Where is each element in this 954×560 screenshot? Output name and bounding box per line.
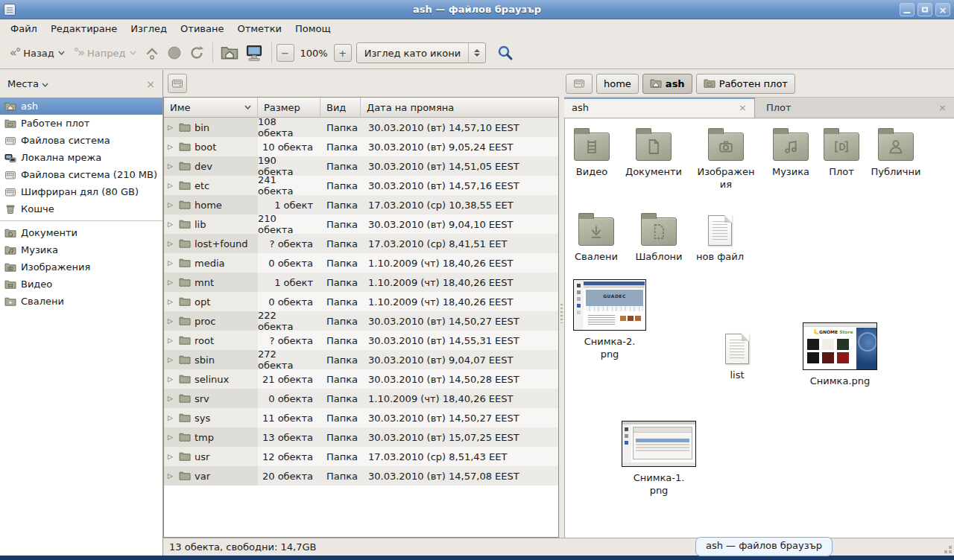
- table-row[interactable]: ▷ media 0 обекта Папка 1.10.2009 (чт) 18…: [164, 253, 558, 273]
- table-row[interactable]: ▷ dev 190 обекта Папка 30.03.2010 (вт) 1…: [164, 156, 558, 176]
- icon-item[interactable]: GUADEC Снимка-2.png: [573, 279, 646, 360]
- zoom-out-button[interactable]: −: [277, 44, 294, 62]
- sidebar-item[interactable]: ash: [0, 98, 162, 115]
- tab-close-icon[interactable]: ×: [739, 102, 747, 113]
- table-row[interactable]: ▷ var 20 обекта Папка 30.03.2010 (вт) 14…: [164, 466, 558, 486]
- maximize-button[interactable]: [917, 3, 932, 16]
- table-row[interactable]: ▷ sys 11 обекта Папка 30.03.2010 (вт) 14…: [164, 408, 558, 427]
- menu-item[interactable]: Изглед: [124, 21, 174, 36]
- expander-icon[interactable]: ▷: [168, 375, 175, 383]
- menu-item[interactable]: Файл: [4, 21, 44, 36]
- expander-icon[interactable]: ▷: [168, 240, 175, 247]
- table-row[interactable]: ▷ lost+found ? обекта Папка 17.03.2010 (…: [164, 234, 558, 253]
- icon-item[interactable]: Свалени: [567, 211, 625, 263]
- tab-ash[interactable]: ash ×: [564, 98, 755, 118]
- expander-icon[interactable]: ▷: [168, 162, 175, 170]
- sidebar-item[interactable]: Файлова система: [0, 132, 162, 149]
- table-row[interactable]: ▷ home 1 обект Папка 17.03.2010 (ср) 10,…: [164, 195, 558, 214]
- expander-icon[interactable]: ▷: [168, 124, 175, 131]
- icon-item[interactable]: Шаблони: [628, 211, 689, 263]
- expander-icon[interactable]: ▷: [168, 220, 175, 228]
- column-header-name[interactable]: Име: [164, 98, 258, 118]
- table-row[interactable]: ▷ etc 241 обекта Папка 30.03.2010 (вт) 1…: [164, 176, 558, 195]
- menu-item[interactable]: Помощ: [288, 21, 338, 36]
- pane-splitter[interactable]: [559, 70, 564, 538]
- expander-icon[interactable]: ▷: [168, 356, 175, 363]
- up-button[interactable]: [141, 42, 163, 64]
- table-row[interactable]: ▷ usr 12 обекта Папка 17.03.2010 (ср) 8,…: [164, 447, 558, 466]
- breadcrumb-button[interactable]: Работен плот: [696, 74, 795, 94]
- table-row[interactable]: ▷ mnt 1 обект Папка 1.10.2009 (чт) 18,40…: [164, 273, 558, 292]
- expander-icon[interactable]: ▷: [168, 259, 175, 267]
- expander-icon[interactable]: ▷: [168, 414, 175, 421]
- expander-icon[interactable]: ▷: [168, 143, 175, 150]
- icon-item[interactable]: Плот: [818, 126, 865, 178]
- expander-icon[interactable]: ▷: [168, 182, 175, 189]
- breadcrumb-button[interactable]: ash: [642, 74, 692, 94]
- expander-icon[interactable]: ▷: [168, 317, 175, 325]
- search-button[interactable]: [493, 41, 517, 65]
- back-button[interactable]: «° Назад: [5, 42, 69, 63]
- icon-item[interactable]: Музика: [762, 126, 820, 178]
- expander-icon[interactable]: ▷: [168, 395, 175, 402]
- view-mode-select[interactable]: Изглед като икони: [356, 42, 487, 63]
- close-button[interactable]: ×: [935, 3, 950, 16]
- icon-item[interactable]: list: [714, 329, 760, 381]
- table-row[interactable]: ▷ sbin 272 обекта Папка 30.03.2010 (вт) …: [164, 350, 558, 369]
- back-history-dropdown-icon[interactable]: [58, 51, 65, 55]
- table-row[interactable]: ▷ root ? обекта Папка 30.03.2010 (вт) 14…: [164, 331, 558, 350]
- expander-icon[interactable]: ▷: [168, 298, 175, 305]
- zoom-in-button[interactable]: +: [334, 44, 352, 62]
- icon-item[interactable]: Документи: [622, 126, 686, 178]
- expander-icon[interactable]: ▷: [168, 433, 175, 441]
- breadcrumb-button[interactable]: home: [596, 74, 639, 94]
- sidebar-item[interactable]: Изображения: [0, 258, 162, 276]
- icon-item[interactable]: Снимка-1.png: [621, 421, 697, 497]
- column-header-size[interactable]: Размер: [258, 98, 320, 118]
- home-button[interactable]: [218, 41, 241, 65]
- expander-icon[interactable]: ▷: [168, 201, 175, 209]
- sidebar-item[interactable]: Файлова система (210 MB): [0, 166, 162, 183]
- table-row[interactable]: ▷ bin 108 обекта Папка 30.03.2010 (вт) 1…: [164, 118, 558, 137]
- sidebar-mode-select[interactable]: Места: [7, 78, 39, 89]
- column-header-date[interactable]: Дата на промяна: [361, 98, 558, 118]
- table-row[interactable]: ▷ opt 0 обекта Папка 1.10.2009 (чт) 18,4…: [164, 292, 558, 311]
- sidebar-close-icon[interactable]: ×: [146, 78, 155, 90]
- icon-item[interactable]: Видео: [565, 126, 619, 178]
- tab-close-icon[interactable]: ×: [938, 102, 947, 113]
- table-row[interactable]: ▷ lib 210 обекта Папка 30.03.2010 (вт) 9…: [164, 214, 558, 234]
- forward-button[interactable]: °» Напред: [69, 42, 141, 63]
- sidebar-item[interactable]: Документи: [0, 224, 162, 241]
- sidebar-item[interactable]: Шифриран дял (80 GB): [0, 183, 162, 200]
- resize-grip[interactable]: [949, 550, 952, 553]
- icon-item[interactable]: Публични: [865, 126, 927, 178]
- chevron-down-icon[interactable]: [42, 78, 48, 89]
- icon-item[interactable]: 🦶GNOME Store Снимка.png: [802, 322, 878, 387]
- expander-icon[interactable]: ▷: [168, 279, 175, 286]
- menu-item[interactable]: Отметки: [230, 21, 288, 36]
- menu-item[interactable]: Отиване: [174, 21, 230, 36]
- expander-icon[interactable]: ▷: [168, 472, 175, 480]
- sidebar-item[interactable]: Музика: [0, 241, 162, 258]
- icon-view[interactable]: ВидеоДокументиИзображенияМузикаПлотПубли…: [564, 118, 954, 538]
- table-row[interactable]: ▷ srv 0 обекта Папка 1.10.2009 (чт) 18,4…: [164, 389, 558, 408]
- sidebar-item[interactable]: Свалени: [0, 293, 162, 310]
- computer-button[interactable]: [241, 40, 267, 66]
- table-row[interactable]: ▷ boot 10 обекта Папка 30.03.2010 (вт) 9…: [164, 137, 558, 156]
- table-row[interactable]: ▷ proc 222 обекта Папка 30.03.2010 (вт) …: [164, 311, 558, 331]
- minimize-button[interactable]: [900, 3, 914, 16]
- reload-button[interactable]: [186, 42, 208, 64]
- titlebar[interactable]: ash — файлов браузър ×: [0, 0, 954, 19]
- breadcrumb-root-button[interactable]: [566, 74, 593, 94]
- sidebar-item[interactable]: Локална мрежа: [0, 149, 162, 166]
- table-row[interactable]: ▷ tmp 13 обекта Папка 30.03.2010 (вт) 15…: [164, 427, 558, 447]
- expander-icon[interactable]: ▷: [168, 453, 175, 460]
- sidebar-item[interactable]: Видео: [0, 276, 162, 293]
- icon-item[interactable]: Изображения: [690, 126, 762, 191]
- stop-button[interactable]: [163, 42, 186, 64]
- tab-plot[interactable]: Плот ×: [759, 98, 954, 118]
- table-row[interactable]: ▷ selinux 21 обекта Папка 30.03.2010 (вт…: [164, 369, 558, 389]
- taskbar-window-label[interactable]: ash — файлов браузър: [695, 537, 833, 556]
- expander-icon[interactable]: ▷: [168, 337, 175, 344]
- sidebar-item[interactable]: Работен плот: [0, 115, 162, 132]
